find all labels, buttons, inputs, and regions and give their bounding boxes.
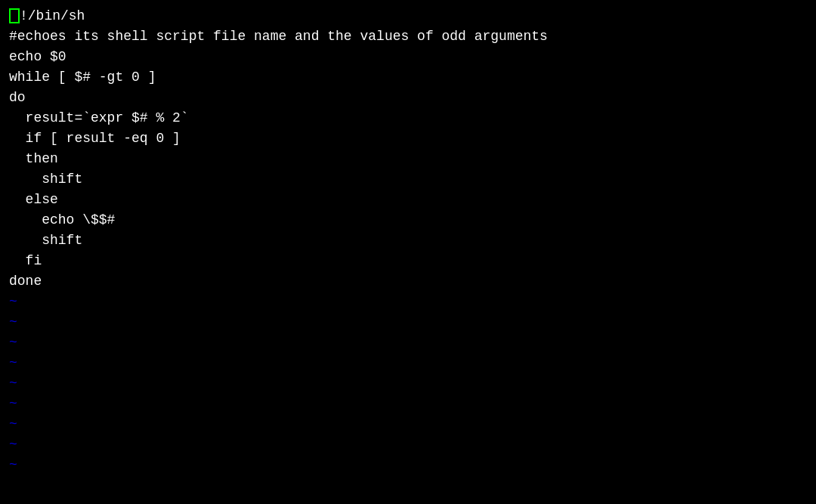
code-line: if [ result -eq 0 ] bbox=[9, 128, 807, 149]
code-line: echo $0 bbox=[9, 47, 807, 67]
code-line: shift bbox=[9, 230, 807, 251]
code-line: then bbox=[9, 149, 807, 169]
code-line: while [ $# -gt 0 ] bbox=[9, 67, 807, 88]
code-content: !/bin/sh#echoes its shell script file na… bbox=[9, 6, 807, 475]
code-line: echo \$$# bbox=[9, 210, 807, 230]
code-line: ~ bbox=[9, 353, 807, 373]
code-line: ~ bbox=[9, 332, 807, 353]
code-line: ~ bbox=[9, 434, 807, 455]
code-line: done bbox=[9, 271, 807, 292]
code-line: result=`expr $# % 2` bbox=[9, 108, 807, 128]
cursor-indicator bbox=[9, 8, 20, 23]
code-line: fi bbox=[9, 251, 807, 271]
code-line: ~ bbox=[9, 394, 807, 414]
code-line: else bbox=[9, 190, 807, 210]
code-line: !/bin/sh bbox=[9, 6, 807, 26]
code-line: do bbox=[9, 88, 807, 108]
code-line: shift bbox=[9, 169, 807, 190]
terminal-window[interactable]: !/bin/sh#echoes its shell script file na… bbox=[0, 0, 816, 504]
code-line: ~ bbox=[9, 414, 807, 434]
code-line: ~ bbox=[9, 312, 807, 332]
shebang-text: !/bin/sh bbox=[20, 8, 85, 23]
code-line: ~ bbox=[9, 455, 807, 475]
code-line: #echoes its shell script file name and t… bbox=[9, 26, 807, 47]
code-line: ~ bbox=[9, 292, 807, 312]
code-line: ~ bbox=[9, 373, 807, 394]
